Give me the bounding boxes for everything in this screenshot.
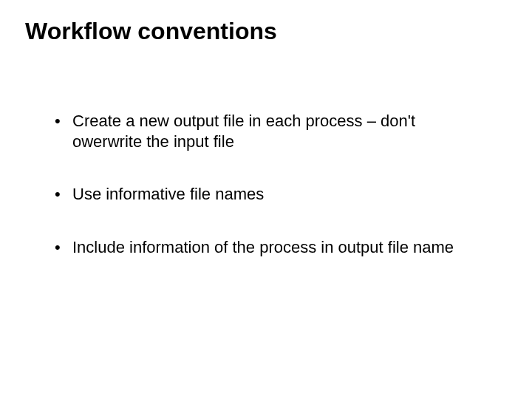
slide-content: Create a new output file in each process… bbox=[52, 111, 466, 290]
bullet-list: Create a new output file in each process… bbox=[52, 111, 466, 257]
list-item: Use informative file names bbox=[52, 184, 466, 205]
bullet-text: Use informative file names bbox=[72, 185, 264, 203]
list-item: Include information of the process in ou… bbox=[52, 237, 466, 258]
bullet-text: Create a new output file in each process… bbox=[72, 112, 415, 151]
bullet-text: Include information of the process in ou… bbox=[72, 238, 454, 256]
slide-title: Workflow conventions bbox=[25, 18, 277, 45]
list-item: Create a new output file in each process… bbox=[52, 111, 466, 151]
slide: Workflow conventions Create a new output… bbox=[0, 0, 532, 399]
